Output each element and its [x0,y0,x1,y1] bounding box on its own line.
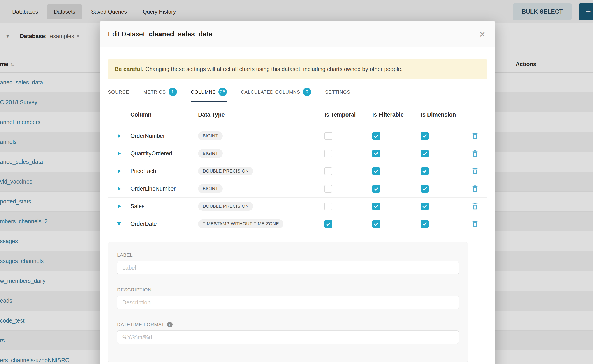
is-dimension-checkbox[interactable] [421,167,428,175]
column-row: SalesDOUBLE PRECISION [108,198,487,215]
expand-caret-icon[interactable] [118,169,121,173]
tab-source[interactable]: SOURCE [108,84,129,102]
column-row: OrderLineNumberBIGINT [108,180,487,198]
modal-header: Edit Dataset cleaned_sales_data × [100,21,495,47]
delete-column-icon[interactable] [472,202,478,210]
modal-tabs: SOURCEMETRICS1COLUMNS25CALCULATED COLUMN… [108,84,487,102]
is-temporal-checkbox[interactable] [324,220,332,228]
tab-count-badge: 0 [303,88,311,96]
expand-caret-icon[interactable] [118,204,121,208]
expand-caret-icon[interactable] [118,187,121,191]
delete-column-icon[interactable] [472,150,478,157]
is-filterable-checkbox[interactable] [372,202,380,210]
column-header-data-type: Data Type [198,111,324,118]
tab-calculated-columns[interactable]: CALCULATED COLUMNS0 [241,84,311,102]
data-type-badge: BIGINT [198,149,223,158]
label-field-group: LABEL [117,252,459,274]
is-filterable-checkbox[interactable] [372,150,380,157]
info-icon: i [167,322,173,327]
column-name: OrderLineNumber [130,185,198,192]
column-name: Sales [130,203,198,209]
column-name: PriceEach [130,168,198,174]
description-field-label: DESCRIPTION [117,287,459,292]
tab-count-badge: 25 [218,88,227,96]
is-dimension-checkbox[interactable] [421,220,428,228]
column-detail-panel: LABEL DESCRIPTION DATETIME FORMAT i [108,242,468,362]
warning-banner-text: Changing these settings will affect all … [145,66,403,72]
tab-label: SOURCE [108,89,129,95]
data-type-badge: DOUBLE PRECISION [198,167,253,176]
columns-table-body: OrderNumberBIGINTQuantityOrderedBIGINTPr… [108,127,487,233]
modal-title-dataset-name: cleaned_sales_data [149,30,212,38]
modal-body: Be careful.Changing these settings will … [100,47,495,362]
warning-banner-bold: Be careful. [115,66,144,72]
is-dimension-checkbox[interactable] [421,202,428,210]
description-field-label-text: DESCRIPTION [117,287,152,292]
is-filterable-checkbox[interactable] [372,167,380,175]
column-name: OrderNumber [130,133,198,139]
edit-dataset-modal: Edit Dataset cleaned_sales_data × Be car… [100,21,495,364]
is-temporal-checkbox[interactable] [324,150,332,157]
expand-caret-icon[interactable] [118,152,121,156]
column-header-is-dimension: Is Dimension [421,111,472,118]
label-input[interactable] [117,261,459,274]
is-dimension-checkbox[interactable] [421,150,428,157]
column-name: OrderDate [130,221,198,227]
data-type-badge: DOUBLE PRECISION [198,202,253,211]
column-row: QuantityOrderedBIGINT [108,145,487,162]
description-input[interactable] [117,296,459,309]
data-type-badge: BIGINT [198,184,223,193]
tab-label: METRICS [143,89,166,95]
column-header-is-filterable: Is Filterable [372,111,421,118]
column-row: OrderNumberBIGINT [108,127,487,145]
tab-metrics[interactable]: METRICS1 [143,84,177,102]
delete-column-icon[interactable] [472,220,478,228]
tab-count-badge: 1 [169,88,177,96]
column-header-column: Column [130,111,198,118]
column-row: OrderDateTIMESTAMP WITHOUT TIME ZONE [108,215,487,233]
label-field-label-text: LABEL [117,252,133,258]
delete-column-icon[interactable] [472,185,478,192]
tab-label: COLUMNS [191,89,216,95]
description-field-group: DESCRIPTION [117,287,459,309]
is-filterable-checkbox[interactable] [372,132,380,140]
is-dimension-checkbox[interactable] [421,185,428,193]
datetime-format-field-label: DATETIME FORMAT i [117,322,459,327]
label-field-label: LABEL [117,252,459,258]
column-name: QuantityOrdered [130,150,198,157]
columns-table-header-row: Column Data Type Is Temporal Is Filterab… [108,102,487,127]
tab-columns[interactable]: COLUMNS25 [191,84,227,102]
expand-caret-icon[interactable] [118,134,121,138]
is-temporal-checkbox[interactable] [324,202,332,210]
is-temporal-checkbox[interactable] [324,167,332,175]
warning-banner: Be careful.Changing these settings will … [108,59,487,79]
tab-label: CALCULATED COLUMNS [241,89,300,95]
column-row: PriceEachDOUBLE PRECISION [108,162,487,180]
data-type-badge: BIGINT [198,131,223,140]
collapse-caret-icon[interactable] [117,222,121,226]
data-type-badge: TIMESTAMP WITHOUT TIME ZONE [198,220,283,228]
columns-table: Column Data Type Is Temporal Is Filterab… [108,102,487,233]
modal-title: Edit Dataset cleaned_sales_data [108,30,212,38]
datetime-format-field-group: DATETIME FORMAT i [117,322,459,344]
is-dimension-checkbox[interactable] [421,132,428,140]
close-icon[interactable]: × [479,29,485,39]
tab-label: SETTINGS [325,89,350,95]
datetime-format-input[interactable] [117,330,459,344]
delete-column-icon[interactable] [472,167,478,175]
column-header-is-temporal: Is Temporal [324,111,372,118]
is-temporal-checkbox[interactable] [324,185,332,193]
delete-column-icon[interactable] [472,132,478,140]
modal-title-prefix: Edit Dataset [108,30,145,38]
is-filterable-checkbox[interactable] [372,185,380,193]
is-filterable-checkbox[interactable] [372,220,380,228]
datetime-format-label-text: DATETIME FORMAT [117,322,165,327]
tab-settings[interactable]: SETTINGS [325,84,350,102]
is-temporal-checkbox[interactable] [324,132,332,140]
